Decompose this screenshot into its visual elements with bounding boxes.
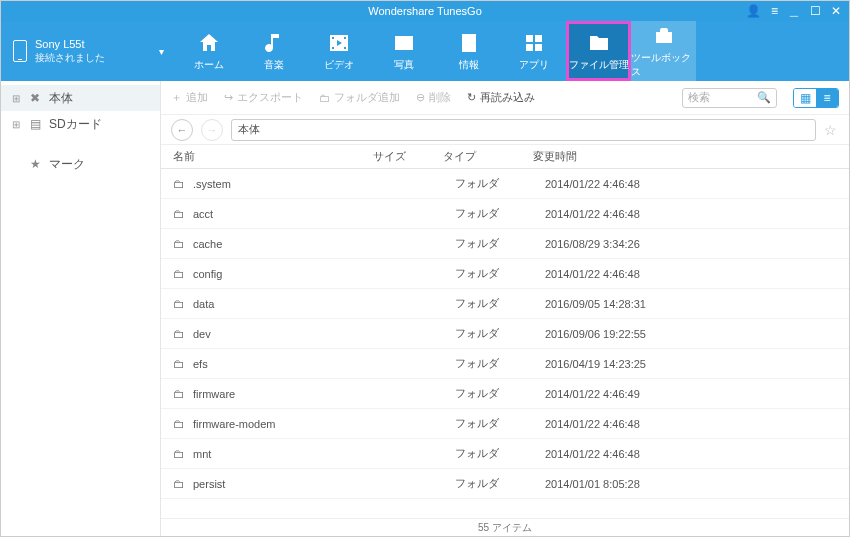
file-name: acct xyxy=(193,208,385,220)
sidebar: ⊞ ✖ 本体 ⊞ ▤ SDカード ★ マーク xyxy=(1,81,161,536)
nav-home[interactable]: ホーム xyxy=(176,21,241,81)
delete-button[interactable]: ⊖削除 xyxy=(416,90,451,105)
close-button[interactable]: ✕ xyxy=(831,4,841,18)
maximize-button[interactable]: ☐ xyxy=(810,4,821,18)
nav-apps[interactable]: アプリ xyxy=(501,21,566,81)
table-row[interactable]: 🗀acctフォルダ2014/01/22 4:46:48 xyxy=(161,199,849,229)
file-name: persist xyxy=(193,478,385,490)
folder-icon xyxy=(587,31,611,55)
folder-icon: 🗀 xyxy=(173,297,185,311)
table-row[interactable]: 🗀firmwareフォルダ2014/01/22 4:46:49 xyxy=(161,379,849,409)
title-bar: Wondershare TunesGo 👤 ≡ ＿ ☐ ✕ xyxy=(1,1,849,21)
reload-button[interactable]: ↻再読み込み xyxy=(467,90,535,105)
contacts-icon xyxy=(457,31,481,55)
nav-label: アプリ xyxy=(519,58,549,72)
btn-label: フォルダ追加 xyxy=(334,90,400,105)
nav-info[interactable]: 情報 xyxy=(436,21,501,81)
expand-icon[interactable]: ⊞ xyxy=(11,119,21,130)
nav-back-button[interactable]: ← xyxy=(171,119,193,141)
file-time: 2016/08/29 3:34:26 xyxy=(545,238,837,250)
table-row[interactable]: 🗀firmware-modemフォルダ2014/01/22 4:46:48 xyxy=(161,409,849,439)
sidebar-item-bookmarks[interactable]: ★ マーク xyxy=(1,151,160,177)
file-name: firmware xyxy=(193,388,385,400)
file-time: 2016/09/05 14:28:31 xyxy=(545,298,837,310)
main-panel: ＋追加 ↪エクスポート 🗀フォルダ追加 ⊖削除 ↻再読み込み 検索 🔍 ▦ ≡ … xyxy=(161,81,849,536)
table-row[interactable]: 🗀cacheフォルダ2016/08/29 3:34:26 xyxy=(161,229,849,259)
table-row[interactable]: 🗀mntフォルダ2014/01/22 4:46:48 xyxy=(161,439,849,469)
search-input[interactable]: 検索 🔍 xyxy=(682,88,777,108)
sdcard-icon: ▤ xyxy=(27,117,43,131)
chevron-down-icon: ▾ xyxy=(159,46,164,57)
file-time: 2016/04/19 14:23:25 xyxy=(545,358,837,370)
wrench-icon: ✖ xyxy=(27,91,43,105)
sidebar-item-sdcard[interactable]: ⊞ ▤ SDカード xyxy=(1,111,160,137)
path-text: 本体 xyxy=(238,122,260,137)
file-name: .system xyxy=(193,178,385,190)
col-type[interactable]: タイプ xyxy=(443,149,533,164)
nav-label: ツールボックス xyxy=(631,51,696,79)
reload-icon: ↻ xyxy=(467,91,476,104)
table-row[interactable]: 🗀efsフォルダ2016/04/19 14:23:25 xyxy=(161,349,849,379)
file-name: firmware-modem xyxy=(193,418,385,430)
nav-photo[interactable]: 写真 xyxy=(371,21,436,81)
col-time[interactable]: 変更時間 xyxy=(533,149,837,164)
file-rows[interactable]: 🗀.systemフォルダ2014/01/22 4:46:48🗀acctフォルダ2… xyxy=(161,169,849,518)
view-list-button[interactable]: ≡ xyxy=(816,89,838,107)
folder-icon: 🗀 xyxy=(173,417,185,431)
path-input[interactable]: 本体 xyxy=(231,119,816,141)
top-nav: Sony L55t 接続されました ▾ ホーム 音楽 ビデオ 写真 xyxy=(1,21,849,81)
video-icon xyxy=(327,31,351,55)
nav-label: ホーム xyxy=(194,58,224,72)
music-icon xyxy=(262,31,286,55)
nav-video[interactable]: ビデオ xyxy=(306,21,371,81)
col-size[interactable]: サイズ xyxy=(373,149,443,164)
new-folder-button[interactable]: 🗀フォルダ追加 xyxy=(319,90,400,105)
table-row[interactable]: 🗀dataフォルダ2016/09/05 14:28:31 xyxy=(161,289,849,319)
file-time: 2014/01/22 4:46:48 xyxy=(545,208,837,220)
toolbox-icon xyxy=(652,24,676,48)
search-placeholder: 検索 xyxy=(688,90,710,105)
view-grid-button[interactable]: ▦ xyxy=(794,89,816,107)
folder-icon: 🗀 xyxy=(173,267,185,281)
nav-music[interactable]: 音楽 xyxy=(241,21,306,81)
table-row[interactable]: 🗀.systemフォルダ2014/01/22 4:46:48 xyxy=(161,169,849,199)
view-toggle: ▦ ≡ xyxy=(793,88,839,108)
nav-forward-button[interactable]: → xyxy=(201,119,223,141)
nav-label: 写真 xyxy=(394,58,414,72)
nav-files[interactable]: ファイル管理 xyxy=(566,21,631,81)
table-row[interactable]: 🗀devフォルダ2016/09/06 19:22:55 xyxy=(161,319,849,349)
file-type: フォルダ xyxy=(455,206,545,221)
user-icon[interactable]: 👤 xyxy=(746,4,761,18)
bookmark-star-button[interactable]: ☆ xyxy=(824,122,839,138)
file-name: dev xyxy=(193,328,385,340)
expand-icon[interactable]: ⊞ xyxy=(11,93,21,104)
status-bar: 55 アイテム xyxy=(161,518,849,536)
folder-icon: 🗀 xyxy=(173,357,185,371)
device-selector[interactable]: Sony L55t 接続されました ▾ xyxy=(1,21,176,81)
star-icon: ★ xyxy=(27,157,43,171)
file-type: フォルダ xyxy=(455,236,545,251)
nav-label: ビデオ xyxy=(324,58,354,72)
nav-label: ファイル管理 xyxy=(569,58,629,72)
col-name[interactable]: 名前 xyxy=(173,149,373,164)
file-time: 2014/01/22 4:46:48 xyxy=(545,448,837,460)
file-time: 2014/01/22 4:46:48 xyxy=(545,268,837,280)
menu-icon[interactable]: ≡ xyxy=(771,4,778,18)
file-time: 2014/01/22 4:46:48 xyxy=(545,178,837,190)
minus-icon: ⊖ xyxy=(416,91,425,104)
add-button[interactable]: ＋追加 xyxy=(171,90,208,105)
file-type: フォルダ xyxy=(455,326,545,341)
photo-icon xyxy=(392,31,416,55)
folder-icon: 🗀 xyxy=(173,477,185,491)
phone-icon xyxy=(13,40,27,62)
file-name: mnt xyxy=(193,448,385,460)
sidebar-item-internal[interactable]: ⊞ ✖ 本体 xyxy=(1,85,160,111)
minimize-button[interactable]: ＿ xyxy=(788,3,800,20)
nav-toolbox[interactable]: ツールボックス xyxy=(631,21,696,81)
body: ⊞ ✖ 本体 ⊞ ▤ SDカード ★ マーク ＋追加 ↪エクスポート 🗀フォルダ… xyxy=(1,81,849,536)
file-time: 2014/01/01 8:05:28 xyxy=(545,478,837,490)
file-type: フォルダ xyxy=(455,416,545,431)
export-button[interactable]: ↪エクスポート xyxy=(224,90,303,105)
table-row[interactable]: 🗀persistフォルダ2014/01/01 8:05:28 xyxy=(161,469,849,499)
table-row[interactable]: 🗀configフォルダ2014/01/22 4:46:48 xyxy=(161,259,849,289)
